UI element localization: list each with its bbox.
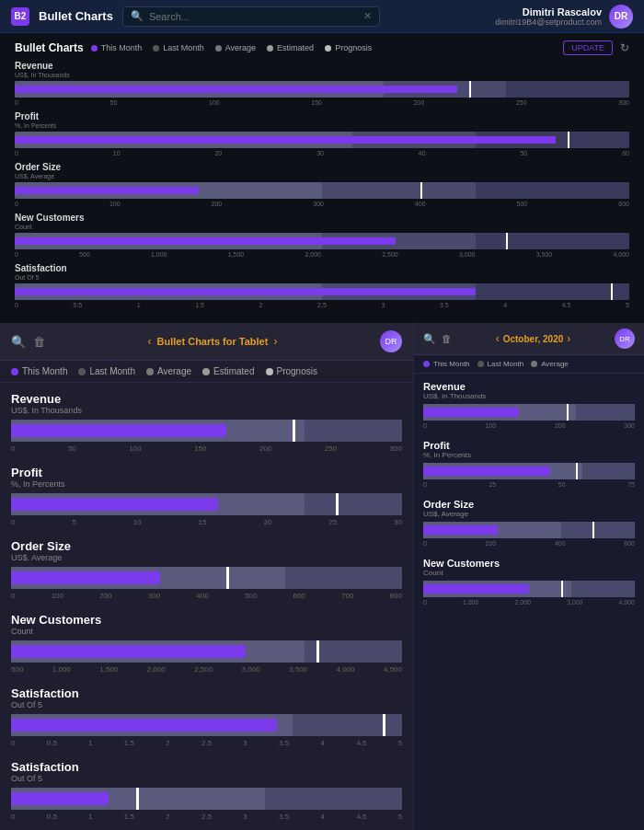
p-ordersize-ticks: 0200 400600 [423, 540, 635, 547]
p-revenue-sublabel: US$, In Thousands [423, 392, 635, 400]
revenue-label: Revenue [15, 61, 629, 71]
p-ordersize-chart [423, 522, 635, 538]
refresh-icon[interactable]: ↻ [620, 41, 629, 54]
t-ordersize-label: Order Size [11, 539, 402, 553]
p-revenue-label: Revenue [423, 381, 635, 392]
search-icon[interactable]: 🔍 [11, 335, 26, 349]
tablet-legend-prognosis: Prognosis [266, 366, 317, 376]
t-satisfaction-label: Satisfaction [11, 686, 402, 700]
t-profit-sublabel: %, In Percents [11, 479, 402, 489]
phone-revenue-row: Revenue US$, In Thousands 0100 200300 [423, 381, 635, 429]
close-icon[interactable]: ✕ [363, 10, 372, 22]
t-profit-ticks: 0510 15202530 [11, 518, 402, 526]
phone-newcustomers-row: New Customers Count 01,000 2,0003,0004,0… [423, 558, 635, 605]
phone-header: 🔍 🗑 ‹ October, 2020 › DR [414, 323, 644, 355]
next-arrow[interactable]: › [273, 335, 277, 348]
search-input[interactable] [149, 11, 358, 22]
tablet-legend-this-month: This Month [11, 366, 67, 376]
p-newcustomers-ticks: 01,000 2,0003,0004,000 [423, 599, 635, 605]
phone-tools-left: 🔍 🗑 [423, 333, 452, 345]
tablet-legend-average: Average [146, 366, 191, 376]
profit-ticks: 01020 30405060 [15, 150, 629, 156]
tablet-profit-row: Profit %, In Percents 0510 15202530 [11, 466, 402, 526]
search-icon: 🔍 [131, 10, 144, 22]
profit-label: Profit [15, 111, 629, 121]
p-profit-ticks: 025 5075 [423, 481, 635, 488]
t-profit-chart [11, 493, 402, 515]
legend-this-month: This Month [91, 43, 143, 52]
p-newcustomers-label: New Customers [423, 558, 635, 569]
tablet-legend-last-month: Last Month [78, 366, 134, 376]
p-newcustomers-sublabel: Count [423, 569, 635, 577]
t-revenue-ticks: 050100 150200250300 [11, 444, 402, 453]
t-revenue-chart [11, 420, 402, 442]
tablet-newcustomers-row: New Customers Count 5001,0001,500 2,0002… [11, 613, 402, 674]
main-newcustomers-row: New Customers Count 05001,000 1,5002,000… [15, 213, 629, 258]
ordersize-label: Order Size [15, 162, 629, 172]
main-satisfaction-row: Satisfaction Out Of 5 00.51 1.522.5 33.5… [15, 263, 629, 308]
phone-next-arrow[interactable]: › [567, 332, 570, 345]
p-ordersize-sublabel: US$, Average [423, 510, 635, 518]
top-bar: B2 Bullet Charts 🔍 ✕ Dimitri Rascalov di… [0, 0, 644, 33]
t-ordersize-sublabel: US$, Average [11, 553, 402, 562]
trash-icon[interactable]: 🗑 [33, 335, 45, 349]
phone-legend-last-month: Last Month [477, 360, 524, 368]
t-newcustomers-label: New Customers [11, 613, 402, 627]
main-legend: This Month Last Month Average Estimated … [91, 43, 372, 52]
t-satisfaction2-label: Satisfaction [11, 760, 402, 774]
newcustomers-label: New Customers [15, 213, 629, 223]
main-ordersize-row: Order Size US$, Average 0100200 30040050… [15, 162, 629, 207]
phone-trash-icon[interactable]: 🗑 [442, 333, 452, 344]
legend-average: Average [215, 43, 256, 52]
t-profit-label: Profit [11, 466, 402, 479]
revenue-chart [15, 81, 629, 98]
phone-profit-row: Profit %, In Percents 025 5075 [423, 440, 635, 488]
tablet-satisfaction2-row: Satisfaction Out Of 5 00.51 1.522.5 33.5… [11, 760, 402, 821]
legend-prognosis: Prognosis [325, 43, 372, 52]
user-text: Dimitri Rascalov dimitri19B4@setproduct.… [495, 6, 602, 27]
phone-ordersize-row: Order Size US$, Average 0200 400600 [423, 499, 635, 547]
revenue-ticks: 050100 150200250300 [15, 99, 629, 106]
newcustomers-sublabel: Count [15, 224, 629, 230]
prev-arrow[interactable]: ‹ [148, 335, 152, 348]
main-profit-row: Profit %, In Percents 01020 30405060 [15, 111, 629, 156]
satisfaction-label: Satisfaction [15, 263, 629, 273]
p-ordersize-label: Order Size [423, 499, 635, 510]
t-ordersize-chart [11, 567, 402, 589]
t-newcustomers-ticks: 5001,0001,500 2,0002,5003,000 3,5004,000… [11, 665, 402, 674]
phone-content: Revenue US$, In Thousands 0100 200300 Pr… [414, 374, 644, 830]
avatar: DR [609, 5, 633, 29]
phone-legend-average: Average [531, 360, 569, 368]
satisfaction-chart [15, 283, 629, 300]
app-title: Bullet Charts [39, 9, 113, 23]
phone-search-icon[interactable]: 🔍 [423, 333, 436, 345]
user-email: dimitri19B4@setproduct.com [495, 17, 602, 27]
p-profit-label: Profit [423, 440, 635, 451]
phone-nav: ‹ October, 2020 › [496, 332, 571, 345]
user-info: Dimitri Rascalov dimitri19B4@setproduct.… [495, 5, 633, 29]
tablet-panel: 🔍 🗑 ‹ Bullet Charts for Tablet › DR This… [0, 323, 414, 830]
search-bar[interactable]: 🔍 ✕ [122, 6, 380, 27]
phone-panel: 🔍 🗑 ‹ October, 2020 › DR This Month Last… [414, 323, 644, 830]
revenue-sublabel: US$, In Thousands [15, 72, 629, 78]
bottom-section: 🔍 🗑 ‹ Bullet Charts for Tablet › DR This… [0, 323, 644, 830]
ordersize-ticks: 0100200 300400500600 [15, 201, 629, 207]
t-satisfaction-sublabel: Out Of 5 [11, 700, 402, 709]
t-revenue-sublabel: US$, In Thousands [11, 406, 402, 415]
update-button[interactable]: UPDATE [563, 40, 613, 55]
phone-title: October, 2020 [503, 334, 564, 344]
app-logo: B2 [11, 7, 29, 26]
main-revenue-row: Revenue US$, In Thousands 050100 1502002… [15, 61, 629, 106]
t-revenue-label: Revenue [11, 392, 402, 406]
main-section: Bullet Charts This Month Last Month Aver… [0, 33, 644, 323]
phone-avatar: DR [615, 329, 635, 349]
tablet-avatar: DR [380, 330, 402, 352]
user-name: Dimitri Rascalov [495, 6, 602, 17]
tablet-ordersize-row: Order Size US$, Average 0100200 30040050… [11, 539, 402, 600]
newcustomers-ticks: 05001,000 1,5002,0002,500 3,0003,5004,00… [15, 251, 629, 258]
newcustomers-chart [15, 233, 629, 249]
satisfaction-ticks: 00.51 1.522.5 33.54 4.55 [15, 302, 629, 308]
profit-sublabel: %, In Percents [15, 122, 629, 129]
phone-prev-arrow[interactable]: ‹ [496, 332, 500, 345]
p-revenue-ticks: 0100 200300 [423, 422, 635, 429]
